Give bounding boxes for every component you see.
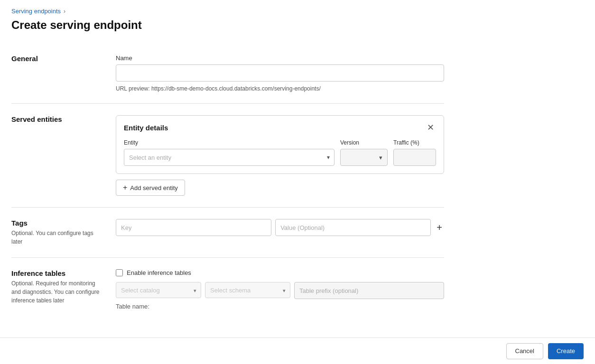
create-button[interactable]: Create — [548, 343, 584, 359]
schema-select-wrapper: Select schema — [205, 282, 290, 299]
inference-tables-desc: Optional. Required for monitoring and di… — [11, 279, 104, 305]
url-preview: URL preview: https://db-sme-demo-docs.cl… — [116, 85, 444, 92]
entity-col-label: Entity — [124, 139, 335, 146]
catalog-select-wrapper: Select catalog — [116, 282, 201, 299]
page-title: Create serving endpoint — [11, 18, 444, 32]
traffic-field: Traffic (%) 100 — [393, 139, 436, 166]
general-section-content: Name URL preview: https://db-sme-demo-do… — [116, 55, 444, 92]
entity-card-title: Entity details — [124, 124, 168, 132]
entity-fields: Entity Select an entity Version ▾ — [124, 139, 436, 166]
general-section-title: General — [11, 55, 104, 63]
tags-title: Tags — [11, 219, 104, 227]
catalog-select[interactable]: Select catalog — [116, 282, 201, 298]
add-entity-label: Add served entity — [130, 184, 177, 191]
general-section: General Name URL preview: https://db-sme… — [11, 43, 444, 104]
breadcrumb: Serving endpoints › — [11, 8, 444, 15]
inference-selects: Select catalog Select schema — [116, 282, 444, 299]
tags-value-input[interactable] — [275, 219, 431, 236]
version-chevron-icon: ▾ — [379, 154, 382, 161]
served-entities-content: Entity details ✕ Entity Select an entity… — [116, 115, 444, 196]
version-field: Version ▾ — [340, 139, 388, 166]
table-name-label: Table name: — [116, 303, 149, 310]
enable-inference-label[interactable]: Enable inference tables — [127, 269, 191, 276]
name-label: Name — [116, 55, 444, 62]
schema-select[interactable]: Select schema — [205, 282, 290, 298]
tags-section: Tags Optional. You can configure tags la… — [11, 208, 444, 258]
served-entities-section: Served entities Entity details ✕ Entity … — [11, 104, 444, 208]
enable-inference-checkbox[interactable] — [116, 269, 123, 276]
inference-tables-title: Inference tables — [11, 269, 104, 277]
breadcrumb-chevron-icon: › — [64, 8, 65, 15]
traffic-col-label: Traffic (%) — [393, 139, 436, 146]
add-served-entity-button[interactable]: + Add served entity — [116, 180, 185, 196]
entity-card-header: Entity details ✕ — [124, 123, 436, 132]
breadcrumb-link[interactable]: Serving endpoints — [11, 8, 61, 15]
entity-field: Entity Select an entity — [124, 139, 335, 166]
footer: Cancel Create — [0, 337, 595, 364]
tags-content: + — [116, 219, 444, 246]
add-entity-plus-icon: + — [123, 183, 127, 192]
close-entity-card-button[interactable]: ✕ — [425, 123, 436, 132]
served-entities-title: Served entities — [11, 115, 104, 123]
entity-select-wrapper: Select an entity — [124, 149, 335, 166]
tags-add-button[interactable]: + — [435, 223, 444, 232]
traffic-input[interactable]: 100 — [393, 149, 436, 166]
inference-tables-section: Inference tables Optional. Required for … — [11, 258, 444, 321]
tags-key-input[interactable] — [116, 219, 271, 236]
name-input[interactable] — [116, 64, 444, 82]
inference-tables-content: Enable inference tables Select catalog S… — [116, 269, 444, 310]
version-button[interactable]: ▾ — [340, 149, 388, 166]
table-name-row: Table name: — [116, 303, 444, 310]
table-prefix-input[interactable] — [294, 282, 444, 299]
version-col-label: Version — [340, 139, 388, 146]
enable-inference-row: Enable inference tables — [116, 269, 444, 276]
tags-row: + — [116, 219, 444, 236]
tags-desc: Optional. You can configure tags later — [11, 229, 104, 246]
entity-card: Entity details ✕ Entity Select an entity… — [116, 115, 444, 174]
cancel-button[interactable]: Cancel — [506, 343, 543, 359]
entity-select[interactable]: Select an entity — [124, 149, 335, 166]
